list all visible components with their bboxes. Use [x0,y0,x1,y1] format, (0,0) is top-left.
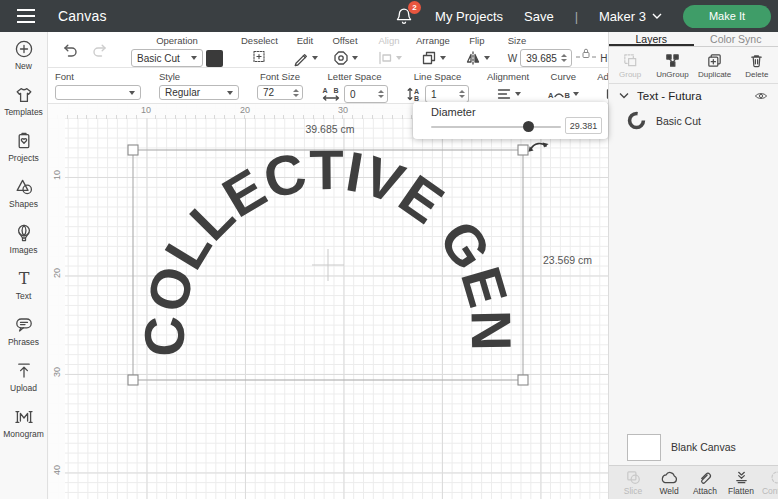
vertical-ruler: 10 20 30 40 [48,104,65,499]
design-sidebar: New Templates Projects Shapes Images T T… [0,32,48,499]
design-canvas[interactable]: COLLECTIVE GEN 10 [48,104,608,499]
width-input[interactable]: 39.685 [520,49,572,67]
flatten-icon [733,469,750,486]
resize-handle-bottom-left[interactable] [128,375,138,385]
delete-button[interactable]: Delete [736,52,778,79]
lock-icon[interactable] [576,46,596,60]
diameter-slider-track[interactable] [431,126,561,128]
operation-group: Operation Basic Cut [124,32,230,67]
notifications-button[interactable]: 2 [394,6,414,26]
chevron-down-icon [573,92,579,96]
visibility-eye-icon[interactable] [754,91,768,101]
tab-color-sync[interactable]: Color Sync [694,32,778,46]
ungroup-button[interactable]: UnGroup [651,52,693,79]
letter-space-group: Letter Space AB 0 [314,68,395,103]
edit-group[interactable]: Edit [285,32,325,67]
hamburger-menu-icon[interactable] [16,8,36,24]
make-it-button[interactable]: Make It [683,5,771,28]
redo-icon[interactable] [92,41,110,59]
diameter-slider-thumb[interactable] [523,121,534,132]
paperclip-icon [697,469,714,486]
deselect-group[interactable]: Deselect [234,32,285,67]
tab-layers[interactable]: Layers [609,32,694,46]
sidebar-item-phrases[interactable]: Phrases [0,315,47,361]
slice-button[interactable]: Slice [615,469,651,496]
deselect-icon [250,49,268,64]
selection-center-cross [312,249,344,281]
stepper-icon[interactable] [561,54,567,62]
letter-space-icon: AB [321,85,341,103]
diameter-value-input[interactable]: 29.381 [565,117,602,134]
duplicate-button[interactable]: Duplicate [694,52,736,79]
stepper-icon[interactable] [378,90,384,98]
my-projects-link[interactable]: My Projects [435,9,503,24]
layer-group-row[interactable]: Text - Futura [609,84,778,107]
font-select[interactable] [55,85,141,100]
svg-text:B: B [414,95,419,102]
chevron-down-icon [484,56,490,60]
save-link[interactable]: Save [524,9,554,24]
ungroup-icon [664,52,681,69]
sidebar-item-projects[interactable]: Projects [0,131,47,177]
curved-text-object[interactable]: COLLECTIVE GEN [132,138,523,357]
sidebar-item-shapes[interactable]: Shapes [0,177,47,223]
sidebar-item-text[interactable]: T Text [0,269,47,315]
sidebar-item-upload[interactable]: Upload [0,361,47,407]
flatten-button[interactable]: Flatten [723,469,759,496]
resize-handle-bottom-right[interactable] [518,375,528,385]
new-plus-icon [14,39,34,59]
text-toolbar: Font Style Regular Font Size 72 [48,68,608,104]
undo-icon[interactable] [60,41,78,59]
weld-icon [661,469,678,486]
letter-space-input[interactable]: 0 [344,85,388,103]
alignment-group[interactable]: Alignment [480,68,536,103]
notification-badge: 2 [408,1,421,14]
clipboard-heart-icon [14,131,34,151]
blank-canvas-row: Blank Canvas [609,429,778,465]
group-button[interactable]: Group [609,52,651,79]
text-icon: T [14,269,34,289]
resize-handle-top-left[interactable] [128,145,138,155]
attach-button[interactable]: Attach [687,469,723,496]
curve-icon: AB [547,85,571,103]
machine-selector[interactable]: Maker 3 [599,9,662,24]
hot-air-balloon-icon [14,223,34,243]
sidebar-item-monogram[interactable]: Monogram [0,407,47,453]
combine-toolbar: Slice Weld Attach Flatten Contour [609,465,778,499]
rotate-handle-icon[interactable] [529,143,549,152]
chevron-down-icon [352,56,358,60]
stepper-icon[interactable] [293,89,299,97]
chevron-down-icon [227,91,233,95]
svg-text:A: A [414,88,419,95]
canvas-color-swatch[interactable] [627,434,661,461]
stepper-icon[interactable] [459,90,465,98]
line-space-input[interactable]: 1 [425,85,469,103]
weld-button[interactable]: Weld [651,469,687,496]
arrange-group[interactable]: Arrange [409,32,457,67]
contour-button[interactable]: Contour [759,469,778,496]
offset-group[interactable]: Offset [325,32,365,67]
slice-icon [625,469,642,486]
chevron-down-icon [652,13,662,19]
page-title: Canvas [58,8,107,24]
layer-item-row[interactable]: Basic Cut [609,107,778,134]
chevron-down-icon [440,56,446,60]
sidebar-item-new[interactable]: New [0,39,47,85]
resize-handle-top-right[interactable] [518,145,528,155]
font-size-input[interactable]: 72 [257,85,303,100]
alignment-icon [495,85,513,103]
sidebar-item-images[interactable]: Images [0,223,47,269]
tshirt-icon [14,85,34,105]
svg-text:B: B [565,91,571,100]
color-swatch[interactable] [206,50,223,67]
operation-select[interactable]: Basic Cut [131,49,203,67]
style-select[interactable]: Regular [159,85,239,100]
align-icon [376,49,394,67]
monogram-icon [14,407,34,427]
curve-group[interactable]: Curve AB [540,68,586,103]
flip-group[interactable]: Flip [457,32,497,67]
arrange-icon [420,49,438,67]
chevron-down-icon [129,91,135,95]
chevron-down-icon [191,56,197,60]
sidebar-item-templates[interactable]: Templates [0,85,47,131]
